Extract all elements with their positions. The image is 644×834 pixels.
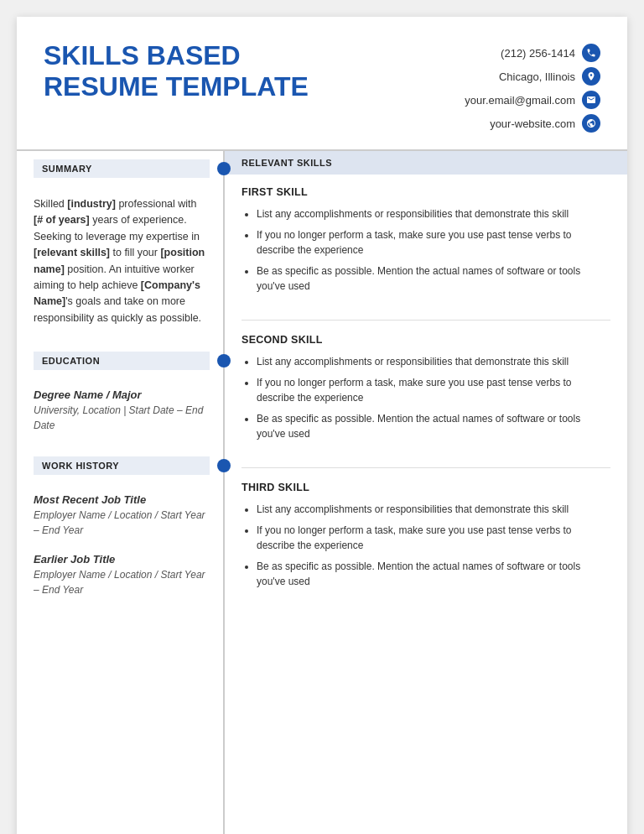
skill-block-1: FIRST SKILL List any accomplishments or … [225,186,627,316]
summary-header: SUMMARY [17,151,223,186]
skill-3-bullet-3: Be as specific as possible. Mention the … [257,559,610,590]
email-icon [582,91,600,109]
website-icon [582,114,600,133]
institution-name: University, Location | Start Date – End … [34,403,206,433]
relevant-skills-header: RELEVANT SKILLS [225,151,627,175]
skill-2-list: List any accomplishments or responsibili… [242,354,610,442]
job-1-details: Employer Name / Location / Start Year – … [34,508,206,538]
summary-years: [# of years] [34,214,90,226]
work-history-dot [217,459,231,472]
left-column: SUMMARY Skilled [industry] professional … [17,151,225,834]
website-row: your-website.com [490,114,600,133]
body-layout: SUMMARY Skilled [industry] professional … [17,151,627,834]
location-text: Chicago, Illinois [499,70,575,83]
skill-2-bullet-3: Be as specific as possible. Mention the … [257,411,610,442]
skill-divider-1 [242,320,610,321]
summary-skills: [relevant skills] [34,247,110,258]
education-header: EDUCATION [17,343,223,378]
resume-page: SKILLS BASED RESUME TEMPLATE (212) 256-1… [17,17,627,834]
summary-label: SUMMARY [34,159,210,178]
skill-divider-2 [242,467,610,468]
skill-3-title: THIRD SKILL [242,482,610,493]
summary-text: Skilled [industry] professional with [# … [34,196,206,326]
skill-3-list: List any accomplishments or responsibili… [242,502,610,590]
title-line2: RESUME TEMPLATE [44,71,309,102]
work-history-header: WORK HISTORY [17,448,223,483]
job-2-title: Earlier Job Title [34,553,206,566]
job-1: Most Recent Job Title Employer Name / Lo… [17,493,223,553]
location-row: Chicago, Illinois [499,67,600,86]
skill-1-bullet-1: List any accomplishments or responsibili… [257,206,610,222]
website-text: your-website.com [490,117,575,130]
summary-industry: [industry] [67,198,116,210]
phone-icon [582,44,600,62]
right-column: RELEVANT SKILLS FIRST SKILL List any acc… [225,151,627,834]
skill-1-bullet-3: Be as specific as possible. Mention the … [257,263,610,295]
phone-text: (212) 256-1414 [501,47,575,60]
education-label: EDUCATION [34,352,210,370]
summary-dot [217,162,231,175]
skill-block-2: SECOND SKILL List any accomplishments or… [225,334,627,464]
skill-1-title: FIRST SKILL [242,186,610,198]
phone-row: (212) 256-1414 [501,44,600,62]
skill-2-bullet-2: If you no longer perform a task, make su… [257,375,610,406]
skill-1-list: List any accomplishments or responsibili… [242,206,610,295]
location-icon [582,67,600,86]
job-1-title: Most Recent Job Title [34,493,206,506]
education-dot [217,354,231,367]
education-entry: Degree Name / Major University, Location… [17,388,223,448]
email-text: your.email@gmail.com [465,94,575,107]
skill-2-title: SECOND SKILL [242,334,610,346]
email-row: your.email@gmail.com [465,91,600,109]
skill-3-bullet-2: If you no longer perform a task, make su… [257,523,610,554]
job-2: Earlier Job Title Employer Name / Locati… [17,553,223,612]
job-2-details: Employer Name / Location / Start Year – … [34,567,206,597]
work-history-label: WORK HISTORY [34,456,210,475]
degree-name: Degree Name / Major [34,388,206,401]
title-line1: SKILLS BASED [44,40,241,70]
skill-3-bullet-1: List any accomplishments or responsibili… [257,502,610,518]
contact-info: (212) 256-1414 Chicago, Illinois your.em… [465,44,600,133]
skill-1-bullet-2: If you no longer perform a task, make su… [257,227,610,258]
header-section: SKILLS BASED RESUME TEMPLATE (212) 256-1… [17,17,627,151]
summary-company: [Company's Name] [34,279,200,307]
summary-content: Skilled [industry] professional with [# … [17,196,223,343]
skill-2-bullet-1: List any accomplishments or responsibili… [257,354,610,370]
skill-block-3: THIRD SKILL List any accomplishments or … [225,482,627,612]
resume-title: SKILLS BASED RESUME TEMPLATE [44,40,309,102]
